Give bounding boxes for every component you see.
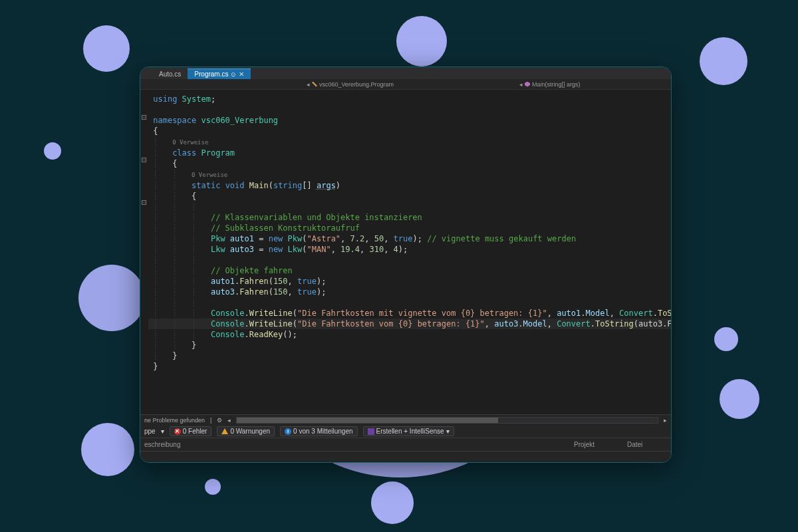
panel-spacer [140, 454, 671, 462]
bg-circle [720, 379, 759, 419]
tab-label: Auto.cs [159, 70, 181, 78]
build-icon [368, 428, 374, 435]
error-list-columns: eschreibung Projekt Datei [140, 438, 671, 452]
tab-auto-cs[interactable]: Auto.cs [152, 68, 188, 79]
scroll-left-icon[interactable]: ◂ [227, 417, 231, 424]
chevron-down-icon: ▾ [446, 428, 450, 435]
warning-icon [221, 428, 228, 434]
column-project[interactable]: Projekt [574, 441, 627, 448]
nav-scope-method[interactable]: ◂ Main(string[] args) [519, 81, 581, 88]
tab-label: Program.cs [194, 70, 228, 78]
scroll-right-icon[interactable]: ▸ [664, 417, 667, 424]
warnings-filter[interactable]: 0 Warnungen [217, 426, 275, 436]
nav-label: vsc060_Vererbung.Program [319, 81, 394, 88]
messages-filter[interactable]: i 0 von 3 Mitteilungen [280, 426, 358, 436]
wrench-icon [312, 82, 317, 87]
nav-scope-class[interactable]: ◂ vsc060_Vererbung.Program [307, 81, 394, 88]
method-icon [525, 82, 530, 87]
bg-circle [714, 327, 738, 351]
warnings-count: 0 Warnungen [230, 428, 270, 435]
build-scope-dropdown[interactable]: Erstellen + IntelliSense ▾ [363, 426, 454, 436]
tab-program-cs[interactable]: Program.cs ⊙ ✕ [188, 68, 251, 79]
bg-circle [83, 25, 130, 72]
chevron-left-icon: ◂ [519, 81, 523, 88]
bg-circle-mid [78, 265, 145, 331]
editor-tab-bar: Auto.cs Program.cs ⊙ ✕ [140, 67, 671, 79]
bg-circle [396, 16, 447, 66]
editor-status-bar: ne Probleme gefunden | ⚙ ◂ ▸ [140, 414, 671, 425]
error-list-panel: ppe ▾ ✕ 0 Fehler 0 Warnungen i 0 von 3 M… [140, 425, 671, 454]
column-description[interactable]: eschreibung [144, 441, 574, 448]
group-label: ppe [144, 428, 156, 435]
bg-circle [371, 481, 414, 524]
errors-count: 0 Fehler [183, 428, 207, 435]
navigation-bar: ◂ vsc060_Vererbung.Program ◂ Main(string… [140, 79, 671, 90]
nav-label: Main(string[] args) [532, 81, 581, 88]
horizontal-scrollbar[interactable] [236, 417, 658, 424]
fold-toggle[interactable]: − [142, 115, 146, 120]
info-icon: i [285, 428, 291, 435]
code-content: using System; namespace vsc060_Vererbung… [140, 94, 671, 372]
fold-toggle[interactable]: − [142, 158, 146, 162]
build-scope-label: Erstellen + IntelliSense [376, 428, 444, 435]
problems-status: ne Probleme gefunden [144, 417, 205, 424]
messages-count: 0 von 3 Mitteilungen [293, 428, 353, 435]
ide-window: Auto.cs Program.cs ⊙ ✕ ◂ vsc060_Vererbun… [140, 66, 672, 463]
separator: | [210, 417, 211, 424]
settings-icon[interactable]: ⚙ [217, 417, 222, 424]
column-file[interactable]: Datei [627, 441, 667, 448]
chevron-down-icon[interactable]: ▾ [161, 428, 164, 435]
close-icon[interactable]: ✕ [239, 70, 244, 78]
scrollbar-thumb[interactable] [237, 418, 497, 423]
bg-circle [44, 142, 61, 160]
bg-circle [205, 479, 221, 495]
bg-circle [700, 37, 747, 85]
errors-filter[interactable]: ✕ 0 Fehler [170, 426, 212, 436]
pin-icon[interactable]: ⊙ [231, 71, 236, 78]
error-icon: ✕ [174, 428, 181, 435]
fold-toggle[interactable]: − [142, 200, 146, 205]
code-editor[interactable]: − − − using System; namespace vsc060_Ver… [140, 90, 671, 414]
chevron-left-icon: ◂ [307, 81, 310, 88]
bg-circle [81, 423, 134, 476]
error-list-toolbar: ppe ▾ ✕ 0 Fehler 0 Warnungen i 0 von 3 M… [140, 425, 671, 438]
